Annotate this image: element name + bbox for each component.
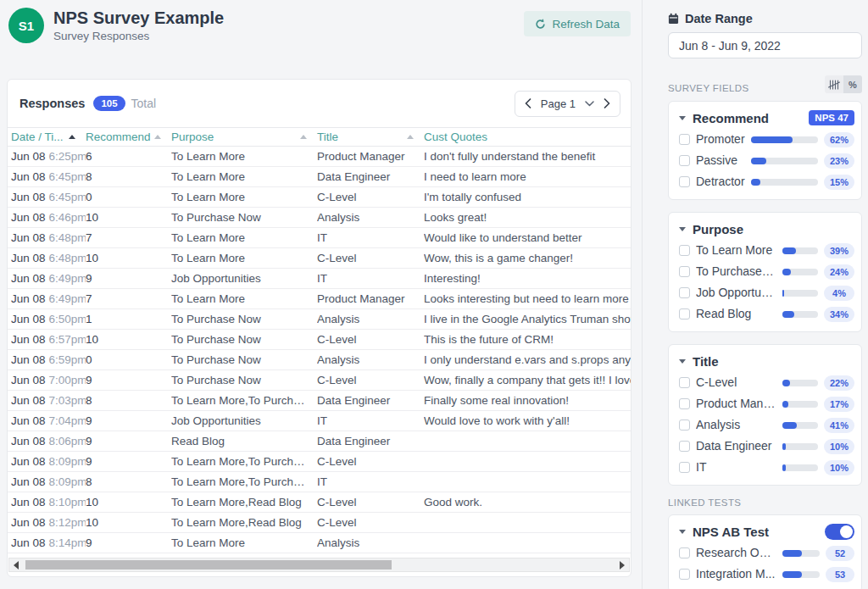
cell-purpose: To Learn More bbox=[171, 191, 317, 203]
previous-page-button[interactable] bbox=[525, 98, 531, 108]
checkbox-c-level[interactable] bbox=[679, 377, 690, 388]
column-header-cust-quotes[interactable]: Cust Quotes bbox=[424, 131, 631, 143]
cell-purpose: To Purchase Now bbox=[171, 211, 317, 224]
date-text: Jun 08 bbox=[11, 496, 46, 508]
cell-purpose: To Purchase Now bbox=[171, 353, 317, 366]
cell-date: Jun 088:09pm bbox=[11, 475, 86, 488]
distribution-bar-fill bbox=[782, 550, 802, 557]
cell-title: Product Manager bbox=[317, 292, 424, 305]
page-select-dropdown[interactable] bbox=[585, 101, 594, 107]
time-text: 8:10pm bbox=[49, 496, 86, 508]
refresh-data-button[interactable]: Refresh Data bbox=[524, 11, 631, 36]
distribution-bar-fill bbox=[782, 571, 802, 578]
cell-date: Jun 086:49pm bbox=[11, 272, 86, 285]
cell-quote: This is the future of CRM! bbox=[424, 333, 631, 346]
scroll-right-arrow[interactable] bbox=[620, 561, 625, 570]
count-mode-button[interactable] bbox=[825, 75, 843, 93]
date-text: Jun 08 bbox=[11, 292, 46, 305]
time-text: 6:45pm bbox=[49, 191, 86, 203]
distribution-bar-fill bbox=[751, 158, 766, 164]
cell-title: C-Level bbox=[317, 191, 424, 203]
table-row: Jun 088:10pm10To Learn More,Read BlogC-L… bbox=[8, 492, 631, 513]
distribution-bar bbox=[782, 247, 818, 254]
cell-title: Product Manager bbox=[317, 150, 424, 163]
checkbox-analysis[interactable] bbox=[679, 420, 690, 431]
date-text: Jun 08 bbox=[11, 353, 46, 366]
date-range-input[interactable] bbox=[668, 32, 862, 58]
column-header-label: Purpose bbox=[171, 131, 214, 143]
checkbox-data-engineer[interactable] bbox=[679, 441, 690, 452]
checkbox-passive[interactable] bbox=[679, 155, 690, 166]
column-header-title[interactable]: Title bbox=[317, 131, 424, 143]
caret-down-icon[interactable] bbox=[679, 359, 686, 364]
checkbox-job-opportunities[interactable] bbox=[679, 287, 690, 298]
filter-sidebar: Date Range SURVEY FIELDS % RecommendNPS … bbox=[642, 0, 868, 589]
checkbox-to-purchase-now[interactable] bbox=[679, 266, 690, 277]
cell-recommend: 10 bbox=[86, 516, 171, 529]
time-text: 8:09pm bbox=[49, 475, 86, 488]
cell-recommend: 7 bbox=[86, 292, 171, 305]
cell-date: Jun 086:48pm bbox=[11, 252, 86, 264]
page-indicator[interactable]: Page 1 bbox=[541, 97, 576, 110]
cell-recommend: 8 bbox=[86, 475, 171, 488]
caret-down-icon[interactable] bbox=[679, 116, 686, 120]
caret-down-icon[interactable] bbox=[679, 530, 686, 534]
cell-title: IT bbox=[317, 231, 424, 244]
scrollbar-thumb[interactable] bbox=[25, 560, 392, 570]
checkbox-detractor[interactable] bbox=[679, 176, 690, 187]
filter-items: Promoter62%Passive23%Detractor15% bbox=[679, 129, 854, 192]
checkbox-research-only[interactable] bbox=[679, 547, 690, 558]
distribution-bar-fill bbox=[782, 269, 791, 275]
calendar-icon bbox=[668, 13, 679, 25]
horizontal-scrollbar[interactable] bbox=[8, 558, 630, 572]
ab-test-toggle[interactable] bbox=[825, 524, 854, 540]
total-label: Total bbox=[131, 97, 157, 110]
refresh-label: Refresh Data bbox=[552, 18, 620, 31]
table-row: Jun 088:09pm9To Learn More,To Purchase N… bbox=[8, 452, 631, 472]
checkbox-promoter[interactable] bbox=[679, 134, 690, 145]
cell-quote: Finally some real innovation! bbox=[424, 394, 631, 407]
checkbox-read-blog[interactable] bbox=[679, 308, 690, 320]
filter-item-label: Job Opportunities bbox=[696, 282, 776, 303]
filter-item-label: Product Manager bbox=[696, 393, 776, 414]
cell-recommend: 0 bbox=[86, 191, 171, 203]
filter-item-label: Data Engineer bbox=[696, 436, 776, 457]
cell-quote: Would like to understand better bbox=[424, 231, 631, 244]
table-row: Jun 087:03pm8To Learn More,To Purchase N… bbox=[8, 391, 631, 411]
column-header-label: Recommend bbox=[86, 131, 151, 143]
refresh-icon bbox=[535, 19, 546, 30]
chevron-right-icon bbox=[604, 98, 610, 108]
filter-item-label: To Purchase Now bbox=[696, 261, 776, 282]
linked-tests-label: LINKED TESTS bbox=[668, 497, 862, 508]
toggle-knob bbox=[840, 525, 853, 538]
cell-title: IT bbox=[317, 475, 424, 488]
checkbox-product-manager[interactable] bbox=[679, 398, 690, 409]
time-text: 6:59pm bbox=[49, 353, 86, 366]
checkbox-it[interactable] bbox=[679, 462, 690, 473]
percent-mode-button[interactable]: % bbox=[843, 75, 862, 93]
cell-title: C-Level bbox=[317, 496, 424, 508]
cell-recommend: 10 bbox=[86, 333, 171, 346]
caret-down-icon[interactable] bbox=[679, 227, 686, 231]
survey-fields-header: SURVEY FIELDS % bbox=[668, 75, 862, 93]
checkbox-to-learn-more[interactable] bbox=[679, 245, 690, 256]
checkbox-integration-m[interactable] bbox=[679, 569, 690, 580]
scroll-left-arrow[interactable] bbox=[14, 561, 19, 570]
cell-recommend: 6 bbox=[86, 150, 171, 163]
cell-purpose: To Learn More,To Purchase Now bbox=[171, 475, 317, 488]
value-badge: 22% bbox=[824, 375, 854, 391]
column-header-purpose[interactable]: Purpose bbox=[171, 131, 317, 143]
time-text: 6:48pm bbox=[49, 252, 86, 264]
cell-purpose: To Learn More,To Purchase Now bbox=[171, 394, 317, 407]
cell-date: Jun 086:46pm bbox=[11, 211, 86, 224]
cell-recommend: 9 bbox=[86, 536, 171, 549]
time-text: 7:04pm bbox=[49, 414, 86, 427]
sort-asc-icon bbox=[69, 135, 75, 139]
distribution-bar bbox=[782, 290, 818, 297]
cell-date: Jun 086:59pm bbox=[11, 353, 86, 366]
cell-title: Analysis bbox=[317, 353, 424, 366]
column-header-recommend[interactable]: Recommend bbox=[86, 131, 171, 143]
column-header-date-ti[interactable]: Date / Ti... bbox=[11, 131, 86, 143]
cell-purpose: To Learn More,Read Blog bbox=[171, 516, 317, 529]
next-page-button[interactable] bbox=[604, 98, 610, 108]
